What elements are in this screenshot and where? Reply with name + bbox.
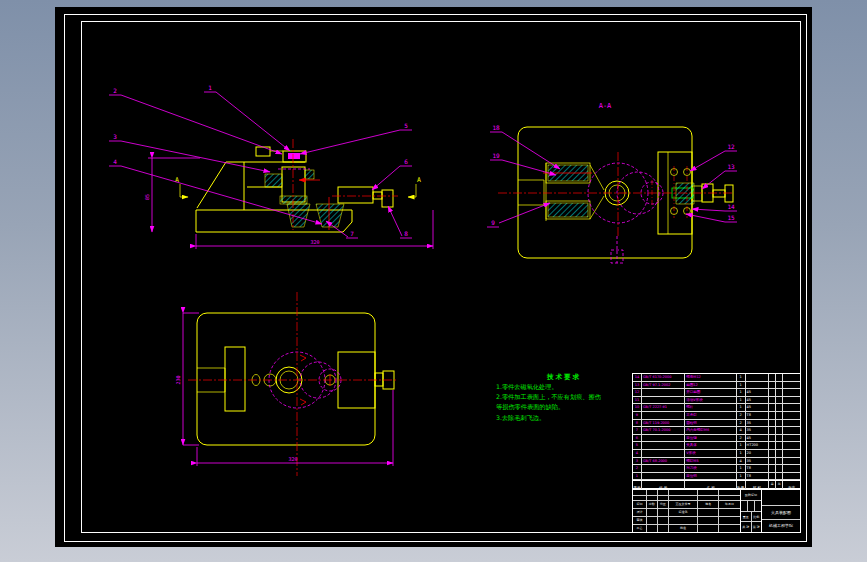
bom-row: 6 定位键 2 45 [633,435,800,443]
drawing-name: 夹具装配图 [762,506,800,520]
cad-viewport: A A 1 2 [0,0,867,562]
technical-notes: 技术要求 1.零件去磁氧化处理。 2.零件加工表面上，不应有划痕、擦伤 等损伤零… [496,373,632,423]
bom-row: 7 GB/T 70.1-2000 内六角螺钉M6 4 35 [633,427,800,435]
bom-row: 14 GB/T 6170-2000 螺母M12 1 [633,374,800,382]
drawing-org: 机械工程学院 [762,520,800,532]
bom-row: 11 活动V形块 1 45 [633,397,800,405]
notes-line: 2.零件加工表面上，不应有划痕、擦伤 [496,392,632,402]
bom-row: 5 夹具体 1 HT200 [633,442,800,450]
title-block-stage-column: 阶段标记 重量 比例 共 张 第 张 [741,490,762,532]
bom-row: 3 GB/T 68-2000 螺钉M5 4 35 [633,458,800,466]
bom-row: 13 GB/T 97.1-2002 垫圈12 1 [633,382,800,390]
bom-rows: 14 GB/T 6170-2000 螺母M12 1 13 GB/T 97.1-2… [633,374,800,480]
bom-row: 10 GB/T 2227-91 螺杆 1 45 [633,404,800,412]
title-block-name-column: 夹具装配图 机械工程学院 [762,490,800,532]
bom-table: 14 GB/T 6170-2000 螺母M12 1 13 GB/T 97.1-2… [632,373,801,489]
notes-title: 技术要求 [496,373,632,382]
notes-line: 1.零件去磁氧化处理。 [496,382,632,392]
title-block: 标记 处数 分区 更改文件号 签名 年月日 设计 标准化 审核 工艺 批准 [632,489,801,533]
bom-row: 8 GB/T 119-2000 圆柱销 2 35 [633,420,800,428]
notes-line: 3.去除毛刺飞边。 [496,413,632,423]
notes-line: 等损伤零件表面的缺陷。 [496,402,632,412]
bom-row: 2 对刀块 1 T8 [633,465,800,473]
bom-row: 1 定位销 1 T8 [633,473,800,481]
bom-row: 4 V形块 1 20 [633,450,800,458]
bom-row: 12 开口垫圈 1 45 [633,389,800,397]
title-block-revision-grid: 标记 处数 分区 更改文件号 签名 年月日 设计 标准化 审核 工艺 批准 [633,490,741,532]
bom-row: 9 支承钉 2 T8 [633,412,800,420]
